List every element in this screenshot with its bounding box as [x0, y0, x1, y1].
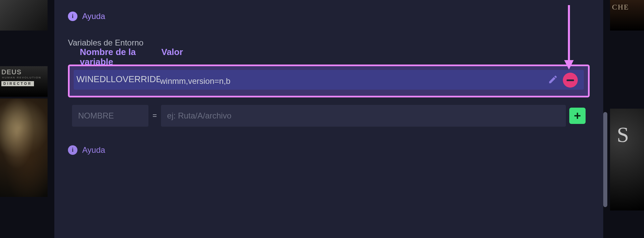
equals-label: = [152, 111, 158, 120]
plus-icon [573, 112, 582, 120]
column-header-value: Valor [159, 47, 183, 67]
game-thumbnail-deus-ex[interactable]: DEUS HUMAN REVOLUTION DIRECTOR [0, 66, 48, 97]
right-thumbnails-column: CHE S [610, 0, 644, 238]
section-title-env-vars: Variables de Entorno [68, 38, 590, 48]
env-var-name-cell[interactable]: WINEDLLOVERRIDES [76, 74, 160, 87]
env-var-value: winmm,version=n,b [160, 74, 548, 86]
game-thumbnail[interactable]: CHE [610, 0, 644, 31]
vertical-scrollbar[interactable] [603, 112, 607, 207]
help-label: Ayuda [82, 145, 105, 155]
env-var-actions [548, 73, 578, 88]
thumbnail-title: DEUS [0, 66, 48, 76]
env-vars-header-row: Nombre de la variable Valor [80, 47, 584, 67]
add-button[interactable] [569, 108, 586, 124]
minus-icon [567, 79, 574, 81]
thumbnail-title: S [610, 109, 644, 147]
settings-panel: i Ayuda Variables de Entorno Nombre de l… [54, 0, 603, 238]
edit-icon[interactable] [548, 74, 558, 86]
info-icon: i [68, 12, 77, 21]
new-env-var-row: = [68, 105, 590, 127]
game-thumbnail[interactable] [0, 0, 48, 31]
game-thumbnail[interactable] [0, 98, 48, 197]
info-icon: i [68, 145, 77, 155]
new-var-name-input[interactable] [72, 105, 148, 127]
env-var-name: WINEDLLOVERRIDES [76, 74, 160, 87]
help-label: Ayuda [82, 12, 105, 21]
thumbnail-title: CHE [610, 0, 644, 12]
thumbnail-tag: DIRECTOR [1, 81, 34, 86]
thumbnail-subtitle: HUMAN REVOLUTION [0, 76, 48, 79]
new-var-value-input[interactable] [161, 105, 566, 127]
annotation-highlight-box: Nombre de la variable Valor WINEDLLOVERR… [68, 65, 590, 97]
column-header-name: Nombre de la variable [80, 47, 159, 67]
env-var-row: WINEDLLOVERRIDES winmm,version=n,b [74, 70, 584, 90]
left-thumbnails-column: DEUS HUMAN REVOLUTION DIRECTOR [0, 0, 48, 238]
help-row-top[interactable]: i Ayuda [68, 12, 590, 21]
game-thumbnail[interactable]: S [610, 109, 644, 210]
help-row-bottom[interactable]: i Ayuda [68, 145, 590, 155]
remove-button[interactable] [563, 73, 578, 88]
